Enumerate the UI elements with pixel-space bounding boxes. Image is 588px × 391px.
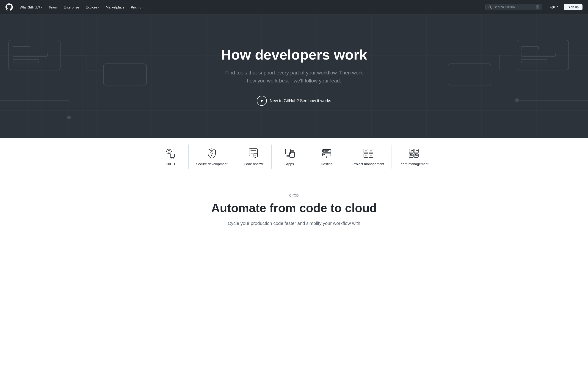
svg-rect-64 <box>364 149 368 153</box>
chevron-down-icon: ▾ <box>142 6 144 8</box>
svg-rect-67 <box>369 149 373 153</box>
nav-marketplace[interactable]: Marketplace <box>103 3 128 11</box>
svg-rect-7 <box>103 64 147 85</box>
svg-point-86 <box>415 155 416 156</box>
svg-rect-70 <box>364 154 368 157</box>
svg-rect-18 <box>521 59 547 63</box>
category-bar: CI/CD Secure development <box>0 138 588 175</box>
svg-rect-55 <box>322 150 331 152</box>
svg-rect-17 <box>521 53 556 56</box>
svg-point-77 <box>410 150 411 151</box>
svg-point-57 <box>323 151 324 152</box>
category-hosting-label: Hosting <box>321 162 332 166</box>
category-codereview-label: Code review <box>244 162 263 166</box>
svg-point-39 <box>211 152 213 154</box>
svg-rect-16 <box>521 46 539 50</box>
hero-subtitle: Find tools that support every part of yo… <box>221 69 367 85</box>
hero-cta-button[interactable]: New to GitHub? See how it works <box>257 96 331 106</box>
svg-rect-82 <box>409 154 413 157</box>
category-project-management[interactable]: Project management <box>345 145 392 169</box>
hosting-icon <box>321 147 333 159</box>
category-apps-label: Apps <box>286 162 294 166</box>
cicd-subtitle: Cycle your production code faster and si… <box>216 220 372 227</box>
nav-actions: Sign in Sign up <box>546 4 583 10</box>
category-cicd[interactable]: CI/CD <box>152 145 189 169</box>
search-input[interactable] <box>494 5 534 9</box>
nav-why-github[interactable]: Why GitHub? ▾ <box>16 3 45 11</box>
category-secure-label: Secure development <box>196 162 228 166</box>
svg-rect-76 <box>409 149 413 153</box>
svg-point-23 <box>515 98 519 102</box>
search-bar[interactable]: / <box>485 4 542 10</box>
nav-pricing[interactable]: Pricing ▾ <box>128 3 147 11</box>
signup-button[interactable]: Sign up <box>564 4 583 10</box>
svg-rect-79 <box>414 149 418 153</box>
category-cicd-label: CI/CD <box>165 162 175 166</box>
teammgmt-icon <box>408 147 420 159</box>
svg-point-83 <box>410 155 411 156</box>
category-apps[interactable]: Apps <box>272 145 308 169</box>
hero-section: How developers work Find tools that supp… <box>0 14 588 138</box>
nav-team[interactable]: Team <box>45 3 60 11</box>
svg-rect-73 <box>369 154 373 157</box>
category-project-mgmt-label: Project management <box>352 162 384 166</box>
secure-icon <box>206 147 218 159</box>
svg-rect-46 <box>254 154 257 157</box>
svg-point-29 <box>168 151 170 152</box>
projectmgmt-icon <box>362 147 374 159</box>
svg-rect-85 <box>414 154 418 157</box>
category-team-management[interactable]: Team management <box>392 145 436 169</box>
svg-point-35 <box>171 157 172 158</box>
svg-point-10 <box>67 116 71 119</box>
svg-rect-56 <box>322 153 331 156</box>
github-logo[interactable] <box>5 3 13 11</box>
svg-point-58 <box>323 154 324 155</box>
svg-rect-0 <box>9 40 60 70</box>
search-icon <box>488 5 492 9</box>
nav-enterprise[interactable]: Enterprise <box>60 3 82 11</box>
codereview-icon <box>247 147 259 159</box>
nav-explore[interactable]: Explore ▾ <box>82 3 103 11</box>
navbar: Why GitHub? ▾ Team Enterprise Explore ▾ … <box>0 0 588 14</box>
svg-point-80 <box>415 150 416 151</box>
category-secure-development[interactable]: Secure development <box>189 145 235 169</box>
cicd-icon <box>164 147 176 159</box>
cicd-eyebrow: CI/CD <box>9 194 579 197</box>
apps-icon <box>284 147 296 159</box>
svg-rect-1 <box>13 46 30 50</box>
svg-point-84 <box>412 155 413 156</box>
svg-rect-15 <box>517 40 569 70</box>
svg-point-78 <box>412 150 413 151</box>
svg-point-87 <box>417 155 418 156</box>
svg-rect-34 <box>170 154 174 157</box>
search-shortcut: / <box>536 5 539 9</box>
chevron-down-icon: ▾ <box>98 6 99 8</box>
category-hosting[interactable]: Hosting <box>308 145 345 169</box>
svg-rect-3 <box>13 59 39 63</box>
svg-point-41 <box>211 155 212 156</box>
cicd-title: Automate from code to cloud <box>202 201 386 215</box>
svg-point-36 <box>173 157 174 158</box>
svg-point-28 <box>167 149 171 154</box>
nav-links: Why GitHub? ▾ Team Enterprise Explore ▾ … <box>16 3 485 11</box>
svg-rect-21 <box>448 64 491 85</box>
signin-button[interactable]: Sign in <box>546 4 561 10</box>
cicd-section: CI/CD Automate from code to cloud Cycle … <box>0 175 588 241</box>
svg-rect-2 <box>13 53 47 56</box>
play-icon <box>257 96 267 106</box>
hero-title: How developers work <box>221 46 367 63</box>
svg-point-81 <box>417 150 418 151</box>
category-team-mgmt-label: Team management <box>399 162 429 166</box>
chevron-down-icon: ▾ <box>41 6 42 8</box>
category-code-review[interactable]: Code review <box>235 145 272 169</box>
